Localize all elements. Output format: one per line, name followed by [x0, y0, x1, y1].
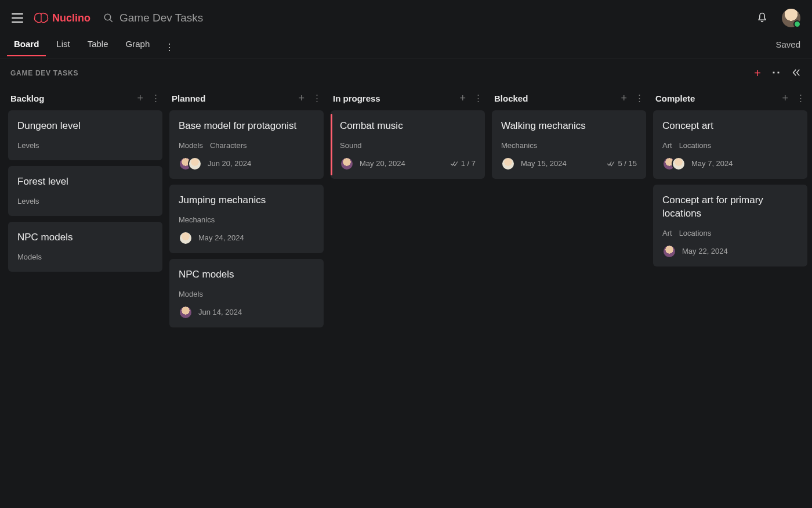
workspace-search[interactable]: Game Dev Tasks [103, 12, 203, 24]
tab-graph[interactable]: Graph [124, 39, 153, 56]
card-avatars [179, 231, 193, 245]
tab-board[interactable]: Board [12, 39, 41, 56]
avatar [179, 231, 193, 245]
card-meta: Jun 20, 2024 [179, 157, 314, 171]
brain-icon [34, 12, 49, 24]
avatar [501, 157, 515, 171]
avatar [672, 157, 686, 171]
board-card[interactable]: Dungeon levelLevels [8, 110, 162, 160]
card-meta: May 24, 2024 [179, 231, 314, 245]
column-title[interactable]: In progress [333, 93, 451, 103]
card-title: Dungeon level [17, 120, 153, 133]
view-tabs: Board List Table Graph ⋮ Saved [0, 36, 812, 59]
card-avatars [179, 305, 193, 319]
card-labels: Levels [17, 141, 153, 150]
collapse-columns-button[interactable] [771, 68, 781, 79]
board-subbar: GAME DEV TASKS + [0, 59, 812, 87]
card-labels: ModelsCharacters [179, 141, 314, 150]
bell-icon [756, 12, 768, 23]
hamburger-menu-button[interactable] [12, 12, 23, 24]
column-header: In progress+⋮ [331, 89, 485, 110]
user-avatar[interactable] [782, 9, 800, 27]
column-title[interactable]: Planned [172, 93, 290, 103]
card-title: Combat music [340, 120, 476, 133]
card-label: Locations [679, 141, 712, 150]
board-card[interactable]: Combat musicSoundMay 20, 20241 / 7 [331, 110, 485, 179]
card-title: Walking mechanics [501, 120, 637, 133]
column-title[interactable]: Backlog [10, 93, 129, 103]
card-checklist: 5 / 15 [607, 159, 637, 168]
column-more-button[interactable]: ⋮ [474, 93, 483, 103]
column-more-button[interactable]: ⋮ [635, 93, 644, 103]
avatar [662, 244, 676, 258]
board-card[interactable]: NPC modelsModelsJun 14, 2024 [169, 259, 324, 327]
notifications-button[interactable] [756, 12, 768, 25]
board-card[interactable]: Base model for protagonistModelsCharacte… [169, 110, 324, 179]
card-label: Models [179, 290, 203, 298]
app-name: Nuclino [52, 12, 90, 24]
board-card[interactable]: Concept artArtLocationsMay 7, 2024 [653, 110, 807, 179]
add-card-button[interactable]: + [754, 67, 761, 79]
board: Backlog+⋮Dungeon levelLevelsForest level… [0, 87, 812, 333]
column-more-button[interactable]: ⋮ [313, 93, 321, 103]
card-title: Concept art [662, 120, 798, 133]
card-avatars [662, 244, 676, 258]
breadcrumb[interactable]: GAME DEV TASKS [10, 69, 78, 77]
board-card[interactable]: NPC modelsModels [8, 222, 162, 272]
card-label: Mechanics [179, 215, 215, 224]
card-labels: Sound [340, 141, 476, 150]
board-card[interactable]: Concept art for primary locationsArtLoca… [653, 185, 807, 266]
avatar [179, 305, 193, 319]
board-card[interactable]: Jumping mechanicsMechanicsMay 24, 2024 [169, 185, 324, 253]
card-labels: Mechanics [179, 215, 314, 224]
card-meta: May 7, 2024 [662, 157, 798, 171]
board-column: Blocked+⋮Walking mechanicsMechanicsMay 1… [492, 89, 646, 333]
board-column: Backlog+⋮Dungeon levelLevelsForest level… [8, 89, 162, 333]
card-title: NPC models [17, 231, 153, 244]
column-title[interactable]: Blocked [494, 93, 612, 103]
card-labels: Mechanics [501, 141, 637, 150]
board-card[interactable]: Forest levelLevels [8, 166, 162, 216]
app-logo[interactable]: Nuclino [34, 12, 90, 24]
card-meta: May 22, 2024 [662, 244, 798, 258]
card-label: Sound [340, 141, 362, 150]
column-title[interactable]: Complete [655, 93, 774, 103]
column-header: Planned+⋮ [169, 89, 324, 110]
card-labels: Models [17, 253, 153, 261]
column-add-button[interactable]: + [137, 93, 143, 103]
card-meta: May 20, 20241 / 7 [340, 157, 476, 171]
card-meta: Jun 14, 2024 [179, 305, 314, 319]
column-add-button[interactable]: + [459, 93, 466, 103]
collapse-panel-button[interactable] [791, 68, 802, 79]
board-card[interactable]: Walking mechanicsMechanicsMay 15, 20245 … [492, 110, 646, 179]
column-more-button[interactable]: ⋮ [796, 93, 805, 103]
saved-indicator: Saved [775, 39, 800, 55]
card-label: Levels [17, 197, 39, 206]
column-add-button[interactable]: + [782, 93, 788, 103]
topbar: Nuclino Game Dev Tasks [0, 0, 812, 36]
column-header: Backlog+⋮ [8, 89, 162, 110]
tab-table[interactable]: Table [85, 39, 111, 56]
card-label: Mechanics [501, 141, 537, 150]
card-avatars [340, 157, 354, 171]
card-title: NPC models [179, 268, 314, 282]
card-label: Art [662, 229, 672, 237]
card-avatars [179, 157, 202, 171]
card-avatars [501, 157, 515, 171]
card-label: Levels [17, 141, 39, 150]
chevron-double-left-icon [791, 68, 802, 77]
card-date: Jun 20, 2024 [208, 159, 251, 168]
card-date: May 15, 2024 [521, 159, 567, 168]
card-meta: May 15, 20245 / 15 [501, 157, 637, 171]
card-label: Characters [210, 141, 247, 150]
svg-line-1 [110, 19, 113, 22]
card-title: Concept art for primary locations [662, 194, 798, 221]
column-add-button[interactable]: + [298, 93, 304, 103]
column-header: Blocked+⋮ [492, 89, 646, 110]
tabs-more-button[interactable]: ⋮ [165, 42, 174, 53]
column-add-button[interactable]: + [621, 93, 627, 103]
tab-list[interactable]: List [54, 39, 72, 56]
board-column: In progress+⋮Combat musicSoundMay 20, 20… [331, 89, 485, 333]
column-more-button[interactable]: ⋮ [151, 93, 160, 103]
card-title: Base model for protagonist [179, 120, 314, 133]
